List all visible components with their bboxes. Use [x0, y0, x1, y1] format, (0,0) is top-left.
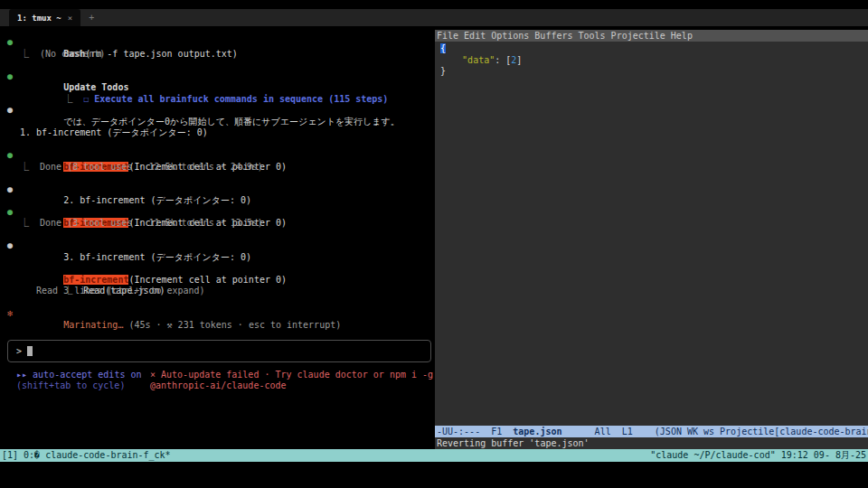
- status-dot-icon: ●: [7, 150, 13, 162]
- menu-item-edit[interactable]: Edit: [464, 30, 486, 42]
- status-dot-icon: ●: [7, 184, 13, 196]
- close-icon[interactable]: ×: [68, 14, 72, 23]
- step-text: 3. bf-increment (データポインター: 0): [63, 252, 251, 262]
- menu-item-help[interactable]: Help: [671, 30, 693, 42]
- tmux-window: ●Bash(rm -f tape.json output.txt) ⎿ (No …: [0, 26, 868, 449]
- status-dot-icon: ●: [7, 207, 13, 219]
- menu-item-options[interactable]: Options: [491, 30, 529, 42]
- step-2-label: ●2. bf-increment (データポインター: 0): [7, 184, 435, 196]
- colon: :: [495, 55, 505, 65]
- task-2-result: ⎿ Done (3 tool uses · 11.5k tokens · 13.…: [7, 218, 435, 230]
- play-icons: ▸▸: [16, 370, 27, 380]
- bash-tool-call: ●Bash(rm -f tape.json output.txt): [7, 37, 435, 49]
- menu-item-file[interactable]: File: [437, 30, 458, 42]
- menu-item-buffers[interactable]: Buffers: [534, 30, 572, 42]
- subagent-task-2: ●bf-increment(Increment cell at pointer …: [7, 207, 435, 219]
- task-3-result: ⎿ Read(tape.json): [7, 275, 435, 286]
- status-detail: (45s · ⚒ 231 tokens · esc to interrupt): [123, 320, 341, 330]
- status-verb: Marinating…: [63, 320, 123, 330]
- bracket-close: ]: [516, 55, 522, 65]
- text-cursor: [27, 346, 33, 356]
- assistant-message: ●では、データポインター0から開始して、順番にサブエージェントを実行します。: [7, 105, 435, 117]
- emacs-buffer[interactable]: { "data": [2] }: [435, 42, 868, 426]
- subagent-task-3: bf-increment(Increment cell at pointer 0…: [7, 263, 435, 275]
- status-dot-icon: ●: [7, 71, 13, 83]
- status-dot-icon: ●: [7, 105, 13, 117]
- tab-bar: 1: tmux ~ × +: [0, 9, 868, 26]
- message-text: では、データポインター0から開始して、順番にサブエージェントを実行します。: [63, 117, 400, 127]
- step-1-label: 1. bf-increment (データポインター: 0): [7, 127, 435, 139]
- status-dot-icon: ●: [7, 37, 13, 49]
- menu-item-projectile[interactable]: Projectile: [611, 30, 665, 42]
- tab-tmux[interactable]: 1: tmux ~ ×: [9, 9, 80, 26]
- emacs-menu-bar: File Edit Options Buffers Tools Projecti…: [435, 30, 868, 42]
- emacs-frame: File Edit Options Buffers Tools Projecti…: [435, 30, 868, 449]
- tmux-session-window[interactable]: [1] 0:� claude-code-brain-f_ck*: [2, 449, 171, 462]
- prompt-input[interactable]: >: [7, 340, 431, 362]
- tmux-host-clock: "claude ~/P/claude-cod" 19:12 09- 8月-25: [650, 449, 866, 462]
- tmux-status-bar: [1] 0:� claude-code-brain-f_ck* "claude …: [0, 449, 868, 462]
- buffer-name: tape.json: [513, 427, 561, 436]
- status-dot-icon: ●: [7, 240, 13, 252]
- spinner-icon: ✻: [7, 308, 13, 320]
- json-key: "data": [462, 55, 495, 65]
- auto-accept-mode[interactable]: ▸▸ auto-accept edits on: [16, 370, 150, 381]
- todo-label: ☐ Execute all brainfuck commands in sequ…: [83, 94, 388, 104]
- step-text: 2. bf-increment (データポインター: 0): [63, 195, 251, 205]
- bash-tool-result: ⎿ (No content): [7, 49, 435, 61]
- todo-item: ⎿ ☐ Execute all brainfuck commands in se…: [7, 82, 435, 94]
- update-error-line2: @anthropic-ai/claude-code: [150, 380, 435, 392]
- emacs-pane: File Edit Options Buffers Tools Projecti…: [435, 26, 868, 449]
- editor-cursor: {: [440, 43, 446, 53]
- update-todos-call: ●Update Todos: [7, 71, 435, 83]
- emacs-modeline: -UU-:--- F1 tape.json All L1 (JSON WK ws…: [435, 426, 868, 437]
- task-1-result: ⎿ Done (8 tool uses · 12.5k tokens · 24.…: [7, 162, 435, 174]
- modeline-info: All L1 (JSON WK ws Projectile[claude-cod…: [561, 427, 868, 436]
- menu-item-tools[interactable]: Tools: [579, 30, 606, 42]
- emacs-echo-area: Reverting buffer 'tape.json': [435, 437, 868, 449]
- claude-code-pane[interactable]: ●Bash(rm -f tape.json output.txt) ⎿ (No …: [0, 26, 435, 449]
- task-3-result-detail[interactable]: Read 3 lines (ctrl+r to expand): [7, 286, 435, 297]
- subagent-task-1: ●bf-increment(Increment cell at pointer …: [7, 150, 435, 162]
- json-line-3: }: [440, 66, 868, 78]
- working-status: ✻Marinating… (45s · ⚒ 231 tokens · esc t…: [7, 308, 435, 320]
- step-3-label: ●3. bf-increment (データポインター: 0): [7, 240, 435, 252]
- tab-title: 1: tmux ~: [17, 14, 61, 23]
- json-line-1: {: [440, 43, 868, 55]
- status-hints: ▸▸ auto-accept edits on (shift+tab to cy…: [7, 370, 435, 392]
- tree-connector: ⎿: [63, 94, 83, 104]
- modeline-flags: -UU-:--- F1: [437, 427, 513, 436]
- json-line-2: "data": [2]: [440, 55, 868, 67]
- prompt-symbol: >: [16, 346, 22, 356]
- new-tab-button[interactable]: +: [80, 9, 102, 26]
- screen: 1: tmux ~ × + ●Bash(rm -f tape.json outp…: [0, 0, 868, 488]
- auto-accept-label: auto-accept edits on: [27, 370, 141, 380]
- indent: [440, 55, 462, 65]
- update-error-line1: × Auto-update failed · Try claude doctor…: [150, 370, 435, 381]
- cycle-hint: (shift+tab to cycle): [16, 380, 150, 392]
